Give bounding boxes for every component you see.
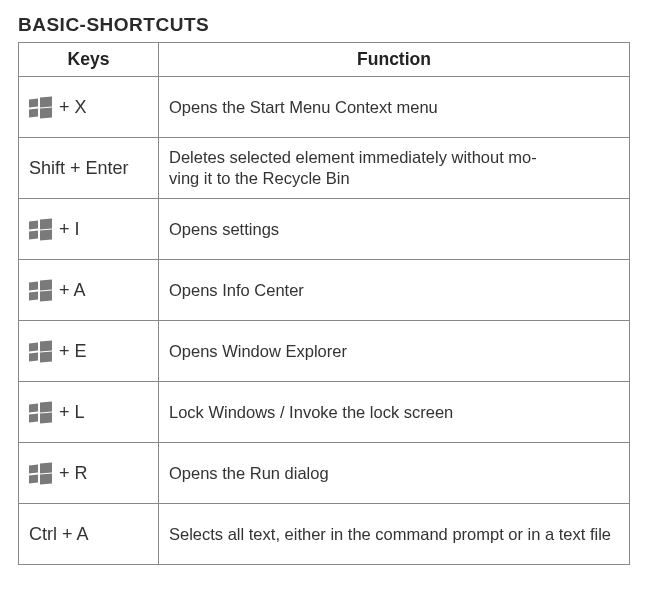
- table-row: + XOpens the Start Menu Context menu: [19, 77, 630, 138]
- cell-keys: + A: [19, 260, 159, 321]
- windows-icon: [29, 340, 53, 362]
- header-keys: Keys: [19, 43, 159, 77]
- table-row: + LLock Windows / Invoke the lock screen: [19, 382, 630, 443]
- table-row: + AOpens Info Center: [19, 260, 630, 321]
- table-row: + ROpens the Run dialog: [19, 443, 630, 504]
- cell-keys: Ctrl + A: [19, 504, 159, 565]
- cell-function: Deletes selected element immediately wit…: [159, 138, 630, 199]
- table-header-row: Keys Function: [19, 43, 630, 77]
- cell-function: Opens Info Center: [159, 260, 630, 321]
- key-text: + I: [59, 219, 80, 240]
- cell-function: Opens the Run dialog: [159, 443, 630, 504]
- shortcuts-table: Keys Function + XOpens the Start Menu Co…: [18, 42, 630, 565]
- windows-icon: [29, 96, 53, 118]
- cell-function: Opens the Start Menu Context menu: [159, 77, 630, 138]
- cell-keys: Shift + Enter: [19, 138, 159, 199]
- cell-keys: + R: [19, 443, 159, 504]
- cell-function: Opens settings: [159, 199, 630, 260]
- cell-function: Selects all text, either in the command …: [159, 504, 630, 565]
- cell-function: Lock Windows / Invoke the lock screen: [159, 382, 630, 443]
- cell-function: Opens Window Explorer: [159, 321, 630, 382]
- table-row: + EOpens Window Explorer: [19, 321, 630, 382]
- key-text: + R: [59, 463, 88, 484]
- windows-icon: [29, 279, 53, 301]
- cell-keys: + E: [19, 321, 159, 382]
- key-text: Shift + Enter: [29, 158, 129, 179]
- cell-keys: + I: [19, 199, 159, 260]
- windows-icon: [29, 218, 53, 240]
- cell-keys: + L: [19, 382, 159, 443]
- header-function: Function: [159, 43, 630, 77]
- key-text: + L: [59, 402, 85, 423]
- key-text: + E: [59, 341, 87, 362]
- table-row: Ctrl + ASelects all text, either in the …: [19, 504, 630, 565]
- windows-icon: [29, 462, 53, 484]
- windows-icon: [29, 401, 53, 423]
- cell-keys: + X: [19, 77, 159, 138]
- table-row: + IOpens settings: [19, 199, 630, 260]
- page-title: BASIC-SHORTCUTS: [18, 14, 634, 36]
- key-text: + A: [59, 280, 86, 301]
- key-text: + X: [59, 97, 87, 118]
- table-row: Shift + EnterDeletes selected element im…: [19, 138, 630, 199]
- key-text: Ctrl + A: [29, 524, 89, 545]
